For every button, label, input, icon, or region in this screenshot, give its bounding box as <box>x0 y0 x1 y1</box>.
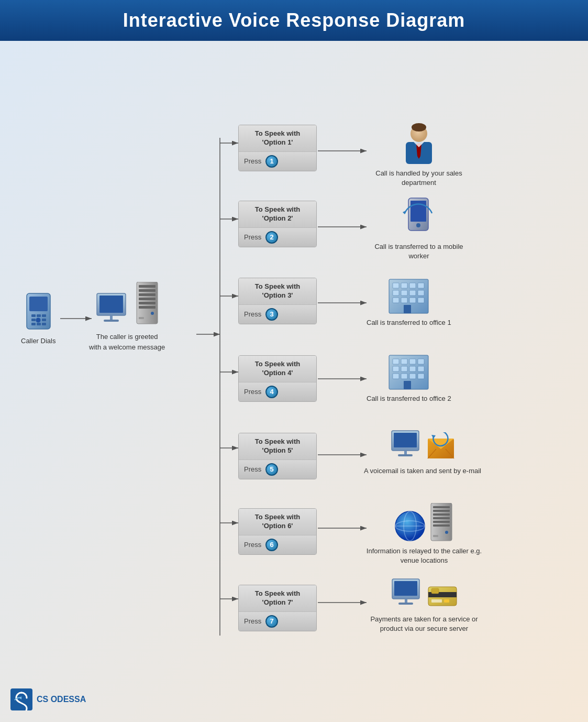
svg-rect-61 <box>401 298 407 303</box>
caller-section: Caller Dials <box>21 292 56 345</box>
option-box-3: To Speek with'Option 3' Press 3 <box>238 278 317 324</box>
svg-rect-55 <box>418 283 424 288</box>
number-badge-5: 5 <box>265 463 278 476</box>
svg-rect-95 <box>433 513 450 516</box>
result-4: Call is transferred to office 2 <box>367 353 451 403</box>
svg-rect-56 <box>393 290 399 296</box>
option-box-2: To Speek with'Option 2' Press 2 <box>238 201 317 247</box>
svg-rect-104 <box>398 603 413 605</box>
option-box-5: To Speek with'Option 5' Press 5 <box>238 433 317 479</box>
svg-rect-37 <box>139 298 156 300</box>
svg-point-43 <box>412 123 426 132</box>
svg-rect-81 <box>404 451 407 454</box>
svg-marker-87 <box>431 435 436 439</box>
svg-marker-50 <box>403 210 407 214</box>
number-badge-7: 7 <box>265 615 278 628</box>
option-5-label: To Speek with'Option 5' <box>239 433 316 460</box>
option-box-7: To Speek with'Option 7' Press 7 <box>238 585 317 631</box>
building2-icon <box>386 353 431 392</box>
svg-rect-68 <box>409 359 416 364</box>
svg-point-40 <box>151 312 154 315</box>
result-2-label: Call is transferred to a mobile worker <box>367 242 471 261</box>
card-icon-r7 <box>426 581 459 609</box>
result-7: Payments are taken for a service or prod… <box>364 578 484 633</box>
svg-rect-74 <box>393 374 399 379</box>
option-6-label: To Speek with'Option 6' <box>239 509 316 535</box>
option-2-label: To Speek with'Option 2' <box>239 201 316 228</box>
svg-rect-75 <box>401 374 407 379</box>
svg-rect-23 <box>42 314 46 317</box>
svg-rect-35 <box>139 289 156 292</box>
option-box-4: To Speek with'Option 4' Press 4 <box>238 355 317 402</box>
result-1-label: Call is handled by your sales department <box>367 169 471 188</box>
svg-rect-93 <box>433 506 450 508</box>
svg-rect-73 <box>418 366 424 371</box>
number-badge-6: 6 <box>265 539 278 551</box>
svg-rect-59 <box>418 290 424 296</box>
svg-rect-30 <box>99 296 123 313</box>
number-badge-3: 3 <box>265 308 278 321</box>
svg-rect-72 <box>409 366 416 371</box>
svg-rect-62 <box>409 298 416 303</box>
system-label: The caller is greetedwith a welcome mess… <box>89 332 165 352</box>
svg-rect-24 <box>31 319 36 321</box>
svg-rect-58 <box>409 290 416 296</box>
svg-rect-67 <box>401 359 407 364</box>
globe-icon-r6 <box>394 510 426 542</box>
svg-rect-63 <box>418 298 424 303</box>
option-box-1: To Speek with'Option 1' Press 1 <box>238 125 317 171</box>
press-label-3: Press <box>244 310 261 318</box>
svg-rect-76 <box>409 374 416 379</box>
svg-rect-70 <box>393 366 399 371</box>
svg-rect-28 <box>42 323 46 325</box>
svg-rect-96 <box>433 517 450 519</box>
press-label-5: Press <box>244 465 261 473</box>
svg-rect-97 <box>433 521 450 523</box>
svg-rect-71 <box>401 366 407 371</box>
svg-rect-94 <box>433 510 450 512</box>
svg-rect-77 <box>418 374 424 379</box>
number-badge-1: 1 <box>265 155 278 168</box>
svg-rect-102 <box>394 581 417 596</box>
svg-rect-41 <box>139 317 144 319</box>
cs-odessa-logo-icon <box>10 688 32 710</box>
number-badge-4: 4 <box>265 386 278 398</box>
svg-rect-82 <box>398 454 413 456</box>
svg-rect-60 <box>393 298 399 303</box>
system-section: The caller is greetedwith a welcome mess… <box>89 282 165 352</box>
svg-point-99 <box>445 531 448 534</box>
svg-point-20 <box>36 318 41 323</box>
svg-rect-78 <box>404 381 411 389</box>
svg-rect-26 <box>31 323 36 325</box>
mail-icon-r5 <box>426 432 456 461</box>
result-7-label: Payments are taken for a service or prod… <box>364 615 484 633</box>
logo-section: CS ODESSA <box>10 688 86 710</box>
result-5-label: A voicemail is taken and sent by e-mail <box>364 466 481 476</box>
svg-rect-34 <box>139 285 156 288</box>
result-5: A voicemail is taken and sent by e-mail <box>364 430 481 476</box>
svg-rect-64 <box>404 305 411 313</box>
server-icon-r6 <box>428 503 454 542</box>
option-1-label: To Speek with'Option 1' <box>239 125 316 152</box>
svg-rect-52 <box>393 283 399 288</box>
option-box-6: To Speek with'Option 6' Press 6 <box>238 508 317 555</box>
svg-rect-19 <box>29 297 48 311</box>
monitor-icon <box>94 292 131 326</box>
result-6-label: Information is relayed to the caller e.g… <box>364 546 484 565</box>
press-label-2: Press <box>244 233 261 241</box>
svg-rect-32 <box>104 320 119 322</box>
press-label-1: Press <box>244 157 261 165</box>
press-label-6: Press <box>244 541 261 549</box>
page-title: Interactive Voice Response Diagram <box>0 0 588 41</box>
svg-rect-109 <box>431 588 439 594</box>
result-3-label: Call is transferred to office 1 <box>367 318 451 327</box>
person-icon <box>401 122 437 167</box>
svg-rect-54 <box>409 283 416 288</box>
option-4-label: To Speek with'Option 4' <box>239 356 316 382</box>
svg-rect-107 <box>431 599 442 603</box>
diagram-area: Caller Dials <box>0 41 588 721</box>
svg-rect-69 <box>418 359 424 364</box>
press-label-7: Press <box>244 617 261 625</box>
svg-rect-100 <box>433 535 438 537</box>
server-icon <box>134 282 160 326</box>
